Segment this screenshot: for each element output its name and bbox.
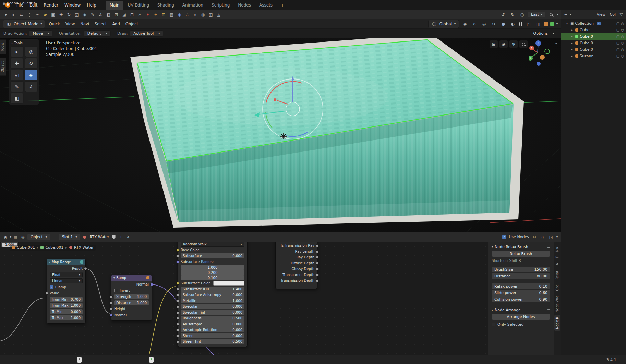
input-socket-icon[interactable] xyxy=(176,282,179,285)
principled-sheen-field[interactable]: Sheen0.000 xyxy=(181,333,244,338)
viewport-menu-add[interactable]: Add xyxy=(109,21,122,27)
redo-icon[interactable]: ↻ xyxy=(509,11,516,18)
principled-specular-field[interactable]: Specular0.000 xyxy=(181,304,244,309)
camera-icon[interactable]: ◎ xyxy=(621,41,624,45)
screen-icon[interactable]: ▢ xyxy=(616,35,619,38)
pin-scene-icon[interactable]: ◎ xyxy=(20,234,26,240)
relax-brush-button[interactable]: Relax Brush xyxy=(492,251,550,257)
grid-fill-icon[interactable]: ⊞ xyxy=(160,11,167,18)
annotate-tool-icon[interactable]: ✎ xyxy=(89,11,96,18)
outliner-view-menu[interactable]: View xyxy=(595,12,607,17)
box-select-icon[interactable]: ▭ xyxy=(18,11,25,18)
region-tab-object[interactable]: Object xyxy=(0,58,6,76)
input-socket-icon[interactable] xyxy=(110,314,113,317)
f-tool-icon[interactable]: F xyxy=(144,11,152,18)
rotate-tool-icon[interactable]: ↻ xyxy=(65,11,73,18)
active-tool-dropdown[interactable]: Active Tool ▾ xyxy=(130,30,163,37)
breadcrumb-item[interactable]: Cube.001 xyxy=(12,245,35,250)
mode-dropdown[interactable]: ◧ Object Mode ▾ xyxy=(3,20,45,28)
input-socket-icon[interactable] xyxy=(110,301,113,304)
principled-subsurface-ior-field[interactable]: Subsurface IOR1.400 xyxy=(181,287,244,292)
input-socket-icon[interactable] xyxy=(176,328,179,331)
region-tab-tools[interactable]: Tools xyxy=(0,40,6,54)
screen-icon[interactable]: ▢ xyxy=(616,48,619,51)
output-socket-icon[interactable] xyxy=(316,279,319,282)
loop-cut-icon[interactable]: ⊟ xyxy=(128,11,136,18)
screen-icon[interactable]: ▢ xyxy=(616,41,619,45)
outliner-item-cube-0[interactable]: ▸Cube.0▢◎ xyxy=(561,40,626,46)
clamp-checkbox[interactable] xyxy=(50,285,53,289)
save-icon[interactable]: ▣ xyxy=(49,11,57,18)
ortho-grid-icon[interactable]: ⊞ xyxy=(490,40,498,48)
bevel-icon[interactable]: ◢ xyxy=(120,11,128,18)
unlink-material-icon[interactable]: ✕ xyxy=(125,234,131,240)
npanel-distance-slider[interactable]: Distance80.00 xyxy=(492,273,550,279)
input-socket-icon[interactable] xyxy=(176,288,179,291)
bump-distance-field[interactable]: Distance1.000 xyxy=(114,300,149,305)
output-socket-icon[interactable] xyxy=(84,267,87,270)
principled-bsdf-node[interactable]: Random Walk ▾ Base Color Subsurface 0.00… xyxy=(178,242,248,347)
slot-list-icon[interactable]: ≡ xyxy=(52,234,57,240)
maprange-from-min-field[interactable]: From Min0.700 xyxy=(50,297,83,302)
output-socket-icon[interactable] xyxy=(316,262,319,265)
add-cube-icon[interactable]: ◧ xyxy=(105,11,112,18)
only-selected-checkbox[interactable] xyxy=(492,323,495,326)
outliner-editor-icon[interactable]: ≡ xyxy=(563,12,568,18)
sidebar-collapse-icon[interactable]: ◂ xyxy=(555,41,557,45)
output-socket-icon[interactable] xyxy=(316,250,319,253)
sidebar-tab-node-wra[interactable]: Node Wra xyxy=(554,294,560,314)
toolbar-chevron-icon[interactable]: ▾ xyxy=(2,11,10,18)
camera-icon[interactable]: ◎ xyxy=(621,54,624,58)
repeat-last-dropdown[interactable]: Last ▾ xyxy=(528,12,545,17)
screen-icon[interactable]: ▢ xyxy=(616,28,619,32)
arrange-panel-header[interactable]: ▾ Node Arrange ≡ xyxy=(492,308,550,312)
viewport-menu-select[interactable]: Select xyxy=(92,21,109,27)
breadcrumb-item[interactable]: RTX Water xyxy=(69,245,94,250)
proportional-edit-icon[interactable]: ◎ xyxy=(480,21,488,27)
interpolation-dropdown[interactable]: Linear ▾ xyxy=(50,278,83,283)
expand-icon[interactable]: ▸ xyxy=(571,28,574,32)
overlays-icon[interactable]: ◳ xyxy=(548,234,554,240)
principled-metallic-field[interactable]: Metallic1.000 xyxy=(181,298,244,303)
subsurface-radius-value-1[interactable]: 0.200 xyxy=(181,270,244,275)
viewport-menu-navi[interactable]: Navi xyxy=(77,21,92,27)
star-tool-icon[interactable]: ✦ xyxy=(152,11,159,18)
subsurface-radius-value-2[interactable]: 0.100 xyxy=(181,275,244,280)
viewport-3d[interactable]: User Perspective(1) Collection | Cube.00… xyxy=(0,38,561,232)
principled-sheen-tint-field[interactable]: Sheen Tint0.500 xyxy=(181,339,244,344)
expand-icon[interactable]: ▸ xyxy=(571,41,574,45)
pan-hand-icon[interactable]: Ψ xyxy=(509,40,518,48)
camera-icon[interactable]: ◎ xyxy=(621,28,624,32)
collapse-icon[interactable]: ▾ xyxy=(49,260,50,264)
expand-icon[interactable]: ▸ xyxy=(571,35,574,38)
input-socket-icon[interactable] xyxy=(176,340,179,343)
lasso-select-icon[interactable]: ≈ xyxy=(34,11,41,18)
input-socket-icon[interactable] xyxy=(45,292,48,295)
search-icon[interactable] xyxy=(547,11,555,18)
knife-icon[interactable]: ✂ xyxy=(136,11,144,18)
shading-solid-icon[interactable]: ● xyxy=(499,21,507,27)
screen-icon[interactable]: ▢ xyxy=(616,22,619,25)
principled-anisotropic-rotation-field[interactable]: Anisotropic Rotation0.000 xyxy=(181,327,244,332)
input-socket-icon[interactable] xyxy=(110,307,113,311)
add-cube-tool-button[interactable]: ◧ xyxy=(10,93,24,104)
sidebar-tab-node-r[interactable]: Node R xyxy=(554,315,560,331)
npanel-brushsize-slider[interactable]: BrushSize150.00 xyxy=(492,267,550,272)
maprange-to-min-field[interactable]: To Min0.000 xyxy=(50,309,83,314)
data-type-dropdown[interactable]: Float ▾ xyxy=(50,272,83,277)
output-socket-icon[interactable] xyxy=(150,283,153,286)
move-tool-icon[interactable]: ✚ xyxy=(57,11,65,18)
tweak-select-icon[interactable]: ▸ xyxy=(10,11,17,18)
output-socket-icon[interactable] xyxy=(316,244,319,247)
input-socket-icon[interactable] xyxy=(176,317,179,320)
folder-icon[interactable]: ▰ xyxy=(41,11,49,18)
circle-select-icon[interactable]: ◌ xyxy=(26,11,33,18)
camera-icon[interactable]: ◎ xyxy=(621,22,624,25)
material-name[interactable]: RTX Water xyxy=(89,235,109,239)
undo-icon[interactable]: ↺ xyxy=(499,11,507,18)
principled-roughness-field[interactable]: Roughness0.500 xyxy=(181,316,244,321)
input-socket-icon[interactable] xyxy=(176,248,179,252)
pivot-icon[interactable]: ◎ xyxy=(199,11,207,18)
options-dropdown[interactable]: Options ▾ xyxy=(530,31,557,36)
map-range-node-header[interactable]: ▾ Map Range xyxy=(47,259,85,265)
